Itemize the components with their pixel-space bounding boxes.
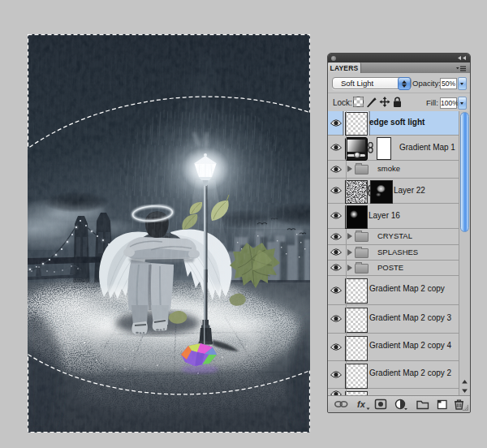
svg-text:fx: fx	[357, 399, 366, 409]
